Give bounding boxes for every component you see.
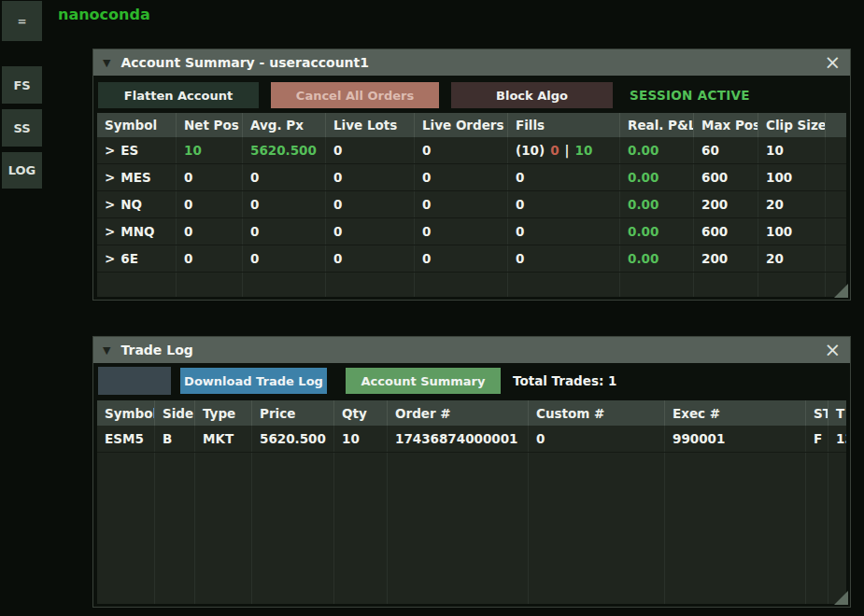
empty-cell	[243, 273, 326, 297]
symbol-cell[interactable]: >MES	[97, 164, 177, 190]
cell-value: NQ	[120, 197, 142, 212]
data-cell: 0	[326, 137, 415, 163]
cell-value: 0	[250, 251, 259, 266]
cell-value: MNQ	[120, 224, 154, 239]
column-header-real-p-l: Real. P&L	[620, 113, 694, 137]
table-row[interactable]: >MES000000.00600100	[97, 164, 846, 191]
data-cell: 0.00	[620, 218, 694, 245]
data-cell: 0	[508, 191, 620, 217]
table-row[interactable]: >ES105620.50000(10)0|100.006010	[97, 137, 846, 164]
data-cell: 100	[758, 164, 826, 190]
empty-cell	[97, 273, 177, 297]
column-header-type: Type	[195, 400, 252, 426]
empty-cell	[829, 453, 846, 604]
sidebar-item-log[interactable]: LOG	[2, 152, 42, 189]
cell-value: 0	[422, 143, 431, 158]
row-expander-icon: >	[105, 251, 115, 266]
cell-value: ESM5	[105, 431, 144, 446]
cancel-all-orders-button[interactable]: Cancel All Orders	[271, 82, 439, 108]
empty-cell	[195, 453, 252, 604]
data-cell: 60	[694, 137, 758, 163]
cell-value: |	[565, 143, 570, 158]
cell-value: 20	[766, 251, 784, 266]
cell-value: 0.00	[628, 197, 659, 212]
menu-button[interactable]: =	[2, 1, 42, 41]
table-row[interactable]: ESM5BMKT5620.50010174368740000010990001F…	[97, 426, 846, 453]
symbol-cell[interactable]: >ES	[97, 137, 177, 163]
account-summary-titlebar[interactable]: ▼ Account Summary - useraccount1 ×	[93, 49, 850, 76]
cell-value: 0.00	[628, 251, 659, 266]
empty-cell	[694, 273, 758, 297]
block-algo-button[interactable]: Block Algo	[451, 82, 613, 108]
resize-handle-icon[interactable]	[834, 591, 848, 605]
cell-value: 0	[250, 170, 259, 185]
data-cell: 0	[243, 191, 326, 217]
cell-value: 0	[184, 197, 192, 212]
account-summary-panel: ▼ Account Summary - useraccount1 × Flatt…	[92, 49, 851, 301]
cell-value: 0	[516, 224, 524, 239]
data-cell: 0	[326, 164, 415, 190]
data-cell: 0	[508, 164, 620, 190]
data-cell: 0	[415, 218, 508, 245]
cell-value: 200	[701, 251, 728, 266]
flatten-account-button[interactable]: Flatten Account	[98, 82, 259, 108]
table-row[interactable]: >6E000000.0020020	[97, 245, 846, 273]
symbol-cell[interactable]: >NQ	[97, 191, 177, 217]
data-cell: 17436874000001	[388, 426, 529, 452]
data-cell: B	[155, 426, 195, 452]
cell-value: B	[163, 431, 172, 446]
empty-cell	[758, 273, 826, 297]
trade-log-titlebar[interactable]: ▼ Trade Log ×	[93, 337, 850, 363]
column-header-clip-size: Clip Size	[758, 113, 826, 137]
data-cell: 13	[829, 426, 846, 452]
empty-cell	[97, 453, 155, 604]
data-cell: 0	[243, 164, 326, 190]
table-row[interactable]: >NQ000000.0020020	[97, 191, 846, 218]
empty-cell	[252, 453, 334, 604]
empty-cell	[326, 273, 415, 297]
data-cell: 990001	[665, 426, 806, 452]
close-icon[interactable]: ×	[824, 341, 841, 360]
cell-value: 0	[333, 197, 342, 212]
cell-value: 0	[184, 251, 192, 266]
data-cell: 0	[529, 426, 665, 452]
data-cell: 10	[758, 137, 826, 163]
trade-log-table: SymbolSideTypePriceQtyOrder #Custom #Exe…	[97, 400, 846, 604]
close-icon[interactable]: ×	[824, 53, 841, 73]
sidebar-item-ss[interactable]: SS	[2, 109, 42, 147]
cell-value: 0	[422, 197, 431, 212]
cell-value: 0	[333, 224, 342, 239]
resize-handle-icon[interactable]	[834, 284, 848, 298]
column-header-fills: Fills	[508, 113, 620, 137]
cell-value: 100	[766, 224, 792, 239]
symbol-cell[interactable]: >6E	[97, 245, 177, 272]
trade-log-panel: ▼ Trade Log × Download Trade Log Account…	[92, 336, 851, 608]
cell-value: 10	[766, 143, 784, 158]
data-cell: 0	[326, 218, 415, 245]
sidebar-item-label: FS	[13, 78, 30, 92]
account-summary-button[interactable]: Account Summary	[346, 368, 501, 394]
sidebar-item-fs[interactable]: FS	[2, 66, 42, 104]
data-cell: 100	[758, 218, 826, 245]
symbol-cell[interactable]: >MNQ	[97, 218, 177, 245]
cell-value: 13	[836, 431, 846, 446]
collapse-triangle-icon[interactable]: ▼	[103, 58, 110, 68]
cell-value: ES	[120, 143, 138, 158]
filler-cell	[826, 218, 846, 245]
download-trade-log-button[interactable]: Download Trade Log	[180, 368, 327, 394]
cell-value: 0	[422, 170, 431, 185]
column-header-symbol: Symbol	[97, 113, 177, 137]
cell-value: 0	[516, 251, 524, 266]
column-header-filler	[826, 113, 846, 137]
cell-value: 5620.500	[260, 431, 326, 446]
trade-log-input-box[interactable]	[98, 367, 171, 395]
collapse-triangle-icon[interactable]: ▼	[103, 345, 110, 356]
row-expander-icon: >	[105, 170, 115, 185]
data-cell: 20	[758, 245, 826, 272]
column-header-t: T	[829, 400, 846, 426]
cell-value: 6E	[120, 251, 138, 266]
account-summary-toolbar: Flatten Account Cancel All Orders Block …	[98, 82, 846, 108]
cell-value: MKT	[203, 431, 234, 446]
table-row[interactable]: >MNQ000000.00600100	[97, 218, 846, 245]
data-cell: 10	[334, 426, 388, 452]
